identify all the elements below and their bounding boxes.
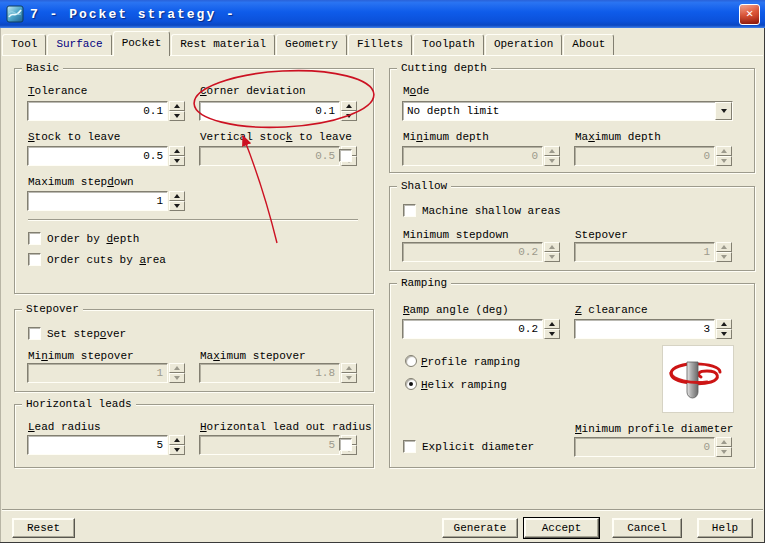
spin-up-icon bbox=[544, 146, 560, 156]
spin-up-icon bbox=[341, 363, 357, 373]
helix-ramping-radio[interactable] bbox=[405, 378, 417, 390]
footer-separator bbox=[2, 509, 763, 511]
max-depth-input: 0 bbox=[574, 146, 715, 166]
max-stepover-spinner bbox=[341, 363, 357, 383]
spin-down-icon[interactable] bbox=[169, 156, 185, 166]
machine-shallow-checkbox[interactable] bbox=[403, 204, 416, 217]
tolerance-spinner[interactable] bbox=[169, 101, 185, 121]
stock-to-leave-input[interactable]: 0.5 bbox=[27, 146, 168, 166]
ramp-angle-field: 0.2 bbox=[402, 319, 560, 339]
z-clearance-field: 3 bbox=[574, 319, 732, 339]
shallow-min-stepdown-input: 0.2 bbox=[402, 242, 543, 262]
lead-radius-spinner[interactable] bbox=[169, 435, 185, 455]
tolerance-input[interactable]: 0.1 bbox=[27, 101, 168, 121]
explicit-diameter-checkbox[interactable] bbox=[403, 440, 416, 453]
min-stepover-field: 1 bbox=[27, 363, 185, 383]
spin-down-icon bbox=[341, 373, 357, 383]
order-by-depth-label: Order by depth bbox=[47, 233, 139, 246]
group-horizontal-leads-title: Horizontal leads bbox=[22, 397, 136, 411]
shallow-min-stepdown-label: Minimum stepdown bbox=[403, 229, 509, 242]
tab-about[interactable]: About bbox=[563, 34, 614, 55]
titlebar: 7 - Pocket strategy - ✕ bbox=[0, 0, 765, 28]
cancel-button[interactable]: Cancel bbox=[612, 518, 682, 538]
z-clearance-spinner[interactable] bbox=[716, 319, 732, 339]
group-shallow: Shallow Machine shallow areas Minimum st… bbox=[389, 186, 755, 271]
stock-to-leave-field: 0.5 bbox=[27, 146, 185, 166]
spin-down-icon[interactable] bbox=[544, 329, 560, 339]
app-icon bbox=[6, 5, 24, 23]
set-stepover-checkbox[interactable] bbox=[28, 327, 41, 340]
corner-deviation-field: 0.1 bbox=[199, 101, 357, 121]
spin-down-icon[interactable] bbox=[169, 111, 185, 121]
lead-out-radius-label: Horizontal lead out radius bbox=[200, 421, 372, 434]
helix-ramping-label: Helix ramping bbox=[421, 379, 507, 392]
min-stepover-label: Minimum stepover bbox=[28, 350, 134, 363]
tab-geometry[interactable]: Geometry bbox=[276, 34, 347, 55]
order-cuts-by-area-checkbox[interactable] bbox=[28, 253, 41, 266]
spin-up-icon[interactable] bbox=[169, 101, 185, 111]
spin-down-icon[interactable] bbox=[169, 445, 185, 455]
ramp-angle-label: Ramp angle (deg) bbox=[403, 304, 509, 317]
vertical-stock-field: 0.5 bbox=[199, 146, 357, 166]
ramp-angle-input[interactable]: 0.2 bbox=[402, 319, 543, 339]
help-button[interactable]: Help bbox=[697, 518, 753, 538]
dropdown-arrow-icon[interactable] bbox=[715, 102, 732, 120]
set-stepover-label: Set stepover bbox=[47, 328, 126, 341]
generate-button[interactable]: Generate bbox=[442, 518, 518, 538]
max-depth-spinner bbox=[716, 146, 732, 166]
accept-button[interactable]: Accept bbox=[524, 518, 599, 538]
min-stepover-spinner bbox=[169, 363, 185, 383]
stock-to-leave-label: Stock to leave bbox=[28, 131, 120, 144]
max-stepdown-label: Maximum stepdown bbox=[28, 176, 134, 189]
vertical-stock-input: 0.5 bbox=[199, 146, 340, 166]
spin-up-icon[interactable] bbox=[169, 146, 185, 156]
reset-button[interactable]: Reset bbox=[12, 518, 75, 538]
max-stepover-field: 1.8 bbox=[199, 363, 357, 383]
basic-separator bbox=[28, 219, 358, 221]
tab-toolpath[interactable]: Toolpath bbox=[413, 34, 484, 55]
spin-down-icon[interactable] bbox=[341, 111, 357, 121]
order-by-depth-checkbox[interactable] bbox=[28, 232, 41, 245]
tab-pocket[interactable]: Pocket bbox=[113, 31, 171, 56]
lead-out-radius-field: 5 bbox=[199, 435, 357, 455]
window-title: 7 - Pocket strategy - bbox=[30, 7, 739, 22]
max-stepover-label: Maximum stepover bbox=[200, 350, 306, 363]
corner-deviation-spinner[interactable] bbox=[341, 101, 357, 121]
explicit-diameter-label: Explicit diameter bbox=[422, 441, 534, 454]
lead-out-radius-input: 5 bbox=[199, 435, 340, 455]
lead-radius-input[interactable]: 5 bbox=[27, 435, 168, 455]
tab-rest-material[interactable]: Rest material bbox=[171, 34, 275, 55]
spin-down-icon bbox=[169, 373, 185, 383]
lead-out-radius-checkbox[interactable] bbox=[339, 438, 352, 451]
spin-down-icon bbox=[544, 252, 560, 262]
tolerance-label: Tolerance bbox=[28, 85, 87, 98]
spin-up-icon[interactable] bbox=[169, 191, 185, 201]
tab-operation[interactable]: Operation bbox=[485, 34, 562, 55]
vertical-stock-checkbox[interactable] bbox=[339, 149, 352, 162]
tab-fillets[interactable]: Fillets bbox=[348, 34, 412, 55]
tab-surface[interactable]: Surface bbox=[47, 34, 111, 55]
stock-to-leave-spinner[interactable] bbox=[169, 146, 185, 166]
spin-up-icon[interactable] bbox=[544, 319, 560, 329]
z-clearance-input[interactable]: 3 bbox=[574, 319, 715, 339]
profile-ramping-label: Profile ramping bbox=[421, 356, 520, 369]
spin-up-icon[interactable] bbox=[341, 101, 357, 111]
mode-dropdown[interactable]: No depth limit bbox=[402, 101, 733, 121]
max-depth-field: 0 bbox=[574, 146, 732, 166]
ramp-angle-spinner[interactable] bbox=[544, 319, 560, 339]
tab-tool[interactable]: Tool bbox=[2, 34, 46, 55]
max-stepdown-spinner[interactable] bbox=[169, 191, 185, 211]
spin-down-icon[interactable] bbox=[716, 329, 732, 339]
spin-up-icon[interactable] bbox=[169, 435, 185, 445]
mode-label: Mode bbox=[403, 85, 429, 98]
shallow-min-stepdown-spinner bbox=[544, 242, 560, 262]
spin-up-icon[interactable] bbox=[716, 319, 732, 329]
corner-deviation-input[interactable]: 0.1 bbox=[199, 101, 340, 121]
group-cutting-depth-title: Cutting depth bbox=[397, 61, 491, 75]
spin-down-icon bbox=[544, 156, 560, 166]
spin-down-icon[interactable] bbox=[169, 201, 185, 211]
lead-radius-label: Lead radius bbox=[28, 421, 101, 434]
profile-ramping-radio[interactable] bbox=[405, 355, 417, 367]
close-icon[interactable]: ✕ bbox=[739, 4, 760, 25]
max-stepdown-input[interactable]: 1 bbox=[27, 191, 168, 211]
